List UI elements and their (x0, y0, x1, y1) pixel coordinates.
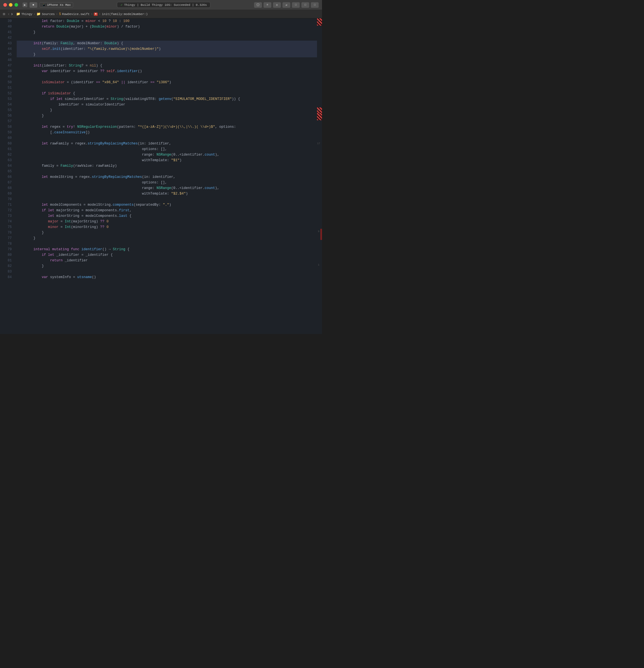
breadcrumb-sources-label: Sources (42, 13, 55, 16)
titlebar: ▶ ■ 📱 iPhone Xs Max ✓ Thingy | Build Thi… (0, 0, 322, 10)
bottom-panel-btn[interactable]: □ (302, 2, 309, 8)
code-line-47: init(identifier: String? = nil) { (17, 63, 317, 69)
code-line-83 (17, 269, 317, 274)
code-line-81: return _identifier (17, 258, 317, 263)
breadcrumb-sep-3: › (91, 12, 93, 16)
code-line-69: withTemplate: "$2.$4") (17, 191, 317, 197)
line-num-82: 82 (0, 263, 12, 269)
breadcrumb-func[interactable]: init(family:modelNumber:) (102, 13, 148, 16)
code-line-64: family = Family(rawValue: rawFamily) (17, 163, 317, 169)
code-line-42 (17, 35, 317, 41)
code-line-82: } (17, 263, 317, 269)
line-num-60b: 60 (0, 141, 12, 147)
device-selector[interactable]: 📱 iPhone Xs Max (40, 2, 74, 7)
version-btn[interactable]: ⇄ (282, 2, 290, 8)
minimize-button[interactable] (9, 3, 13, 7)
forward-arrow[interactable]: › (11, 12, 13, 17)
line-num-79: 79 (0, 247, 12, 252)
line-num-50: 50 (0, 80, 12, 85)
code-line-45: } (17, 52, 317, 57)
code-line-68: range: NSRange(0..<identifier.count), (17, 185, 317, 191)
warning-stripe-mid2 (317, 113, 322, 120)
line-num-59: 59 (0, 130, 12, 135)
line-num-66: 66 (0, 174, 12, 180)
back-arrow[interactable]: ‹ (7, 12, 10, 17)
line-num-67: 67 (0, 180, 12, 185)
line-num-60: 60 (0, 135, 12, 141)
phone-icon: 📱 (42, 3, 46, 7)
code-btn[interactable]: {} (254, 2, 262, 8)
code-content[interactable]: let factor: Double = minor < 10 ? 10 : 1… (14, 18, 317, 334)
code-line-50: isSimulator = (identifier == "x86_64" ||… (17, 80, 317, 85)
code-line-67: options: [], (17, 180, 317, 185)
nav-arrows: ‹ › (7, 12, 13, 17)
breadcrumb-sources[interactable]: 📁 Sources (36, 12, 55, 16)
code-line-52: if isSimulator { (17, 91, 317, 96)
code-line-79: internal mutating func identifier() → St… (17, 247, 317, 252)
line-num-80: 80 (0, 252, 12, 258)
scrollbar-track[interactable]: 6 17 17 9 1 (317, 18, 322, 334)
traffic-lights (3, 3, 18, 7)
breadcrumb-file-label: RawDevice.swift (62, 13, 90, 16)
line-num-83: 83 (0, 269, 12, 274)
line-num-64: 64 (0, 163, 12, 169)
code-line-58: let regex = try! NSRegularExpression(pat… (17, 124, 317, 130)
titlebar-center: ✓ Thingy | Build Thingy iOS: Succeeded |… (75, 2, 252, 8)
code-line-75: minor = Int(minorString) ?? 0 (17, 224, 317, 230)
code-line-74: major = Int(majorString) ?? 0 (17, 219, 317, 224)
code-line-65 (17, 169, 317, 174)
code-line-71: let modelComponents = modelString.compon… (17, 202, 317, 208)
line-num-55: 55 (0, 107, 12, 113)
status-text: Thingy | Build Thingy iOS: Succeeded | 0… (124, 3, 207, 7)
stop-button[interactable]: ■ (30, 2, 37, 8)
code-line-41: } (17, 30, 317, 35)
code-line-54: identifier = simulatorIdentifier (17, 102, 317, 107)
breadcrumb-m[interactable]: M (94, 13, 97, 16)
gutter-marker-17b: 17 (317, 141, 320, 147)
code-line-44: self.init(identifier: "\(family.rawValue… (17, 46, 317, 52)
gutter-marker-6: 6 (317, 18, 320, 24)
code-line-60 (17, 135, 317, 141)
play-button[interactable]: ▶ (22, 2, 27, 7)
code-line-66: let modelString = regex.stringByReplacin… (17, 174, 317, 180)
line-num-61: 61 (0, 147, 12, 152)
line-num-45: 45 (0, 52, 12, 57)
line-num-73: 73 (0, 213, 12, 219)
line-num-40: 40 (0, 24, 12, 30)
fullscreen-button[interactable] (14, 3, 18, 7)
code-line-40: return Double(major) + (Double(minor) / … (17, 24, 317, 30)
right-panel-btn[interactable]: □ (311, 2, 319, 8)
line-num-69: 69 (0, 191, 12, 197)
line-num-65: 65 (0, 169, 12, 174)
breadcrumb-sep-4: › (99, 12, 101, 16)
code-line-61: options: [], (17, 147, 317, 152)
code-line-49 (17, 74, 317, 80)
code-line-51 (17, 85, 317, 91)
code-line-43: init(family: Family, modelNumber: Double… (17, 41, 317, 46)
line-num-76: 76 (0, 230, 12, 236)
code-line-53: if let simulatorIdentifier = String(vali… (17, 96, 317, 102)
line-num-63: 63 (0, 157, 12, 163)
m-badge: M (94, 13, 97, 16)
line-num-39: 39 (0, 18, 12, 24)
code-line-56: } (17, 113, 317, 119)
error-bar (320, 229, 322, 240)
code-line-70 (17, 197, 317, 202)
breadcrumb-file[interactable]: S RawDevice.swift (59, 12, 90, 16)
line-num-74: 74 (0, 219, 12, 224)
assistant-btn[interactable]: ⊙ (273, 2, 281, 8)
device-name: iPhone Xs Max (47, 3, 71, 7)
list-btn[interactable]: ≡ (263, 2, 271, 8)
left-panel-btn[interactable]: □ (292, 2, 300, 8)
close-button[interactable] (3, 3, 7, 7)
line-num-78: 78 (0, 241, 12, 247)
code-line-80: if let _identifier = _identifier { (17, 252, 317, 258)
breadcrumb-thingy[interactable]: 📁 Thingy (16, 12, 33, 16)
line-num-57: 57 (0, 119, 12, 124)
code-line-84: var systemInfo = utsname() (17, 274, 317, 280)
navigator-icon[interactable]: ⊞ (3, 12, 5, 16)
folder-icon-2: 📁 (36, 12, 41, 16)
code-line-57 (17, 119, 317, 124)
code-line-39: let factor: Double = minor < 10 ? 10 : 1… (17, 18, 317, 24)
func-label: init(family:modelNumber:) (102, 13, 148, 16)
